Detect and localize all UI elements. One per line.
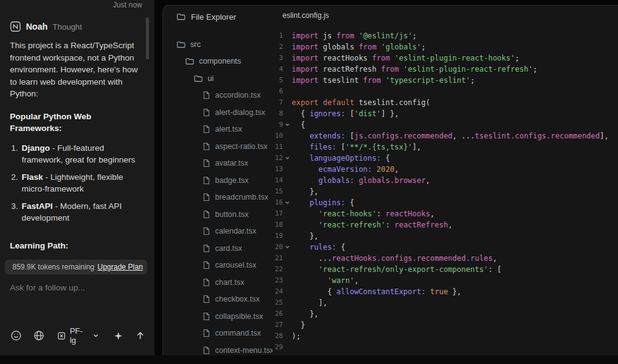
sparkle-icon[interactable] — [113, 330, 124, 341]
fold-chevron-icon[interactable] — [283, 200, 292, 205]
code-line[interactable]: 22 'react-refresh/only-export-components… — [273, 264, 618, 275]
tree-file[interactable]: command.tsx — [163, 325, 273, 342]
code-line[interactable]: 16 plugins: { — [273, 197, 618, 208]
tree-file[interactable]: badge.tsx — [163, 172, 273, 189]
tree-file[interactable]: aspect-ratio.tsx — [163, 138, 273, 155]
code-line[interactable]: 7export default tseslint.config( — [273, 97, 618, 108]
tree-label: carousel.tsx — [215, 261, 256, 269]
code-text: globals: globals.browser, — [292, 175, 430, 186]
fold-chevron-icon[interactable] — [283, 122, 292, 127]
line-number: 15 — [273, 186, 283, 197]
line-number: 7 — [273, 97, 283, 108]
folder-icon — [194, 75, 203, 82]
fold-chevron-icon[interactable] — [283, 245, 292, 250]
fold-chevron-icon[interactable] — [283, 156, 292, 161]
code-line[interactable]: 27 } — [273, 320, 618, 331]
framework-item: FastAPI - Modern, fast API development — [20, 200, 145, 224]
code-line[interactable]: 18 'react-refresh': reactRefresh, — [273, 219, 618, 231]
code-line[interactable]: 13 ecmaVersion: 2020, — [273, 164, 618, 175]
line-number: 12 — [273, 153, 283, 164]
tree-file[interactable]: chart.tsx — [163, 274, 273, 291]
code-line[interactable]: 11 files: ['**/*.{ts,tsx}'], — [273, 142, 618, 153]
code-line[interactable]: 9 { — [273, 119, 618, 130]
code-text: plugins: { — [292, 197, 354, 208]
line-number: 27 — [273, 320, 283, 331]
model-selector[interactable]: PF-lg — [56, 326, 101, 345]
code-area[interactable]: 1import js from '@eslint/js';2import glo… — [273, 30, 618, 353]
code-line[interactable]: 19 }, — [273, 231, 618, 242]
code-line[interactable]: 23 'warn', — [273, 275, 618, 286]
code-line[interactable]: 14 globals: globals.browser, — [273, 175, 618, 186]
file-icon — [203, 227, 210, 235]
emoji-icon[interactable] — [11, 330, 22, 341]
code-line[interactable]: 3import reactHooks from 'eslint-plugin-r… — [273, 53, 618, 64]
file-explorer-icon — [177, 13, 185, 20]
tree-file[interactable]: breadcrumb.tsx — [163, 189, 273, 206]
tree-file[interactable]: card.tsx — [163, 240, 273, 257]
explorer-header: File Explorer — [163, 11, 273, 22]
code-line[interactable]: 6 — [273, 86, 618, 97]
chat-scrollbar[interactable] — [146, 17, 149, 59]
line-number: 17 — [273, 208, 283, 219]
code-line[interactable]: 12 languageOptions: { — [273, 153, 618, 164]
send-button[interactable] — [135, 330, 146, 341]
tree-file[interactable]: carousel.tsx — [163, 257, 273, 274]
tree-file[interactable]: alert.tsx — [163, 121, 273, 138]
line-number: 4 — [273, 64, 283, 75]
code-line[interactable]: 21 ...reactHooks.configs.recommended.rul… — [273, 253, 618, 264]
tree-folder[interactable]: src — [163, 36, 273, 53]
tree-file[interactable]: collapsible.tsx — [163, 308, 273, 325]
code-line[interactable]: 5import tseslint from 'typescript-eslint… — [273, 75, 618, 86]
code-line[interactable]: 10 extends: [js.configs.recommended, ...… — [273, 130, 618, 142]
framework-item: Django - Full-featured framework, great … — [20, 142, 145, 166]
code-line[interactable]: 26 }, — [273, 308, 618, 320]
line-number: 20 — [273, 242, 283, 253]
code-line[interactable]: 4import reactRefresh from 'eslint-plugin… — [273, 64, 618, 75]
line-number: 28 — [273, 331, 283, 342]
code-line[interactable]: 8 { ignores: ['dist'] }, — [273, 108, 618, 119]
line-number: 1 — [273, 30, 283, 41]
token-usage-bar: 859.9K tokens remainingUpgrade Plan — [5, 260, 147, 274]
tree-label: calendar.tsx — [215, 227, 256, 235]
tree-folder[interactable]: ui — [163, 70, 273, 87]
code-line[interactable]: 1import js from '@eslint/js'; — [273, 30, 618, 41]
tree-folder[interactable]: components — [163, 53, 273, 70]
followup-input[interactable]: Ask for a follow up... — [0, 274, 154, 292]
code-text: }, — [292, 231, 318, 242]
code-line[interactable]: 25 ], — [273, 297, 618, 308]
file-icon — [203, 142, 210, 151]
tree-file[interactable]: avatar.tsx — [163, 155, 273, 172]
tree-file[interactable]: accordion.tsx — [163, 87, 273, 104]
upgrade-plan-link[interactable]: Upgrade Plan — [98, 263, 143, 271]
tree-label: context-menu.tsx — [215, 346, 273, 355]
line-number: 13 — [273, 164, 283, 175]
tree-file[interactable]: alert-dialog.tsx — [163, 104, 273, 121]
editor-tab[interactable]: eslint.config.js — [273, 11, 618, 22]
file-icon — [203, 295, 210, 303]
code-text: 'react-hooks': reactHooks, — [292, 208, 434, 219]
code-line[interactable]: 20 rules: { — [273, 242, 618, 253]
line-number: 19 — [273, 231, 283, 242]
folder-icon — [177, 41, 185, 48]
code-line[interactable]: 28); — [273, 331, 618, 342]
code-line[interactable]: 24 { allowConstantExport: true }, — [273, 286, 618, 297]
code-line[interactable]: 17 'react-hooks': reactHooks, — [273, 208, 618, 219]
line-number: 8 — [273, 108, 283, 119]
line-number: 10 — [273, 130, 283, 142]
tree-file[interactable]: checkbox.tsx — [163, 291, 273, 308]
code-text: }, — [292, 186, 318, 197]
tree-file[interactable]: calendar.tsx — [163, 223, 273, 240]
line-number: 24 — [273, 286, 283, 297]
code-line[interactable]: 2import globals from 'globals'; — [273, 41, 618, 53]
file-icon — [203, 125, 210, 133]
tree-label: checkbox.tsx — [215, 295, 260, 303]
tree-label: card.tsx — [215, 244, 242, 253]
tree-file[interactable]: context-menu.tsx — [163, 342, 273, 355]
thought-label[interactable]: Thought — [53, 22, 82, 32]
code-text: import globals from 'globals'; — [292, 41, 426, 53]
tree-label: button.tsx — [215, 210, 248, 219]
code-line[interactable]: 15 }, — [273, 186, 618, 197]
tree-file[interactable]: button.tsx — [163, 206, 273, 223]
code-line[interactable]: 29 — [273, 342, 618, 353]
globe-icon[interactable] — [33, 330, 44, 341]
